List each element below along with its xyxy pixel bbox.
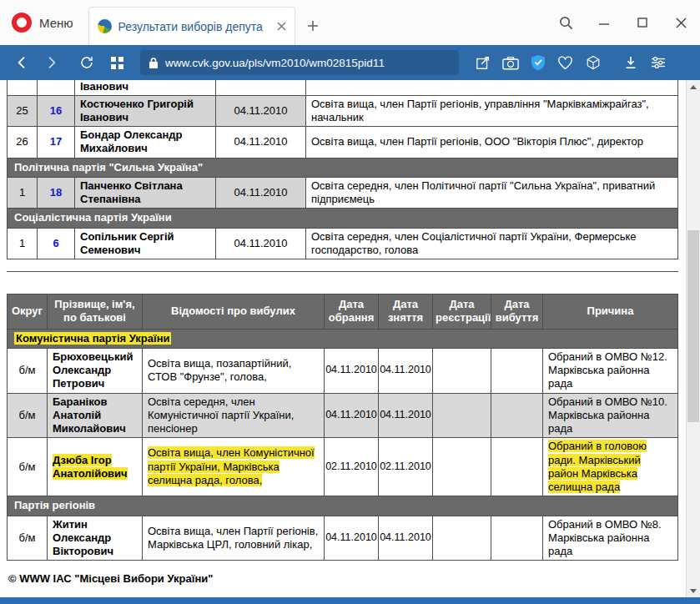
maximize-icon [637, 18, 647, 28]
cell-okrug: б/м [8, 393, 48, 438]
cell-date-registered [433, 438, 491, 496]
settings-button[interactable] [644, 48, 672, 78]
cell-date [216, 80, 306, 95]
cell-info: Освіта вища, член Партії регіонів, Маркі… [143, 516, 325, 561]
new-tab-button[interactable] [295, 7, 330, 45]
cell-date-registered [433, 516, 491, 561]
section-divider [7, 271, 678, 272]
scroll-up-button[interactable] [687, 80, 700, 93]
candidate-number-link[interactable]: 17 [50, 135, 62, 148]
plus-icon [307, 20, 319, 32]
cell-date-departed [491, 516, 543, 561]
back-button[interactable] [7, 48, 37, 78]
table-row: 1 6 Сопільник Сергій Семенович 04.11.201… [8, 228, 678, 259]
table-row: 1 18 Панченко Світлана Степанівна 04.11.… [8, 177, 678, 209]
cell-date-elected: 04.11.2010 [325, 348, 379, 393]
cell-ballot-number: 17 [38, 127, 75, 159]
column-header: Дата обрання [325, 294, 379, 330]
party-header-row: Політична партія "Сильна Україна" [8, 158, 678, 177]
cell-ballot-number: 18 [38, 177, 75, 209]
cell-info: Освіта вища, член Партії регіонів, ООО "… [306, 127, 678, 159]
window-controls [546, 0, 700, 45]
share-button[interactable] [469, 48, 496, 78]
party-header: Комуністична партія України [8, 329, 678, 348]
cell-date-removed: 04.11.2010 [379, 393, 433, 438]
scroll-down-button[interactable] [687, 584, 700, 597]
cell-date: 04.11.2010 [216, 95, 306, 127]
cell-name: Іванович [75, 80, 216, 95]
cell-ballot-number: 6 [38, 228, 75, 259]
cell-okrug: б/м [8, 348, 48, 393]
cell-reason: Обраний в ОМВО №12. Марківська районна р… [543, 348, 678, 393]
cell-reason: Обраний в ОМВО №10. Марківська районна р… [543, 393, 678, 438]
cell-info: Освіта вища, позапартійний, СТОВ "Фрунзе… [143, 348, 325, 393]
cell-date-elected: 04.11.2010 [325, 516, 379, 561]
minimize-button[interactable] [585, 0, 623, 45]
browser-tab[interactable]: Результати виборів депута [88, 7, 295, 45]
column-header: Дата вибуття [491, 294, 543, 330]
cell-index [8, 80, 38, 95]
close-icon [676, 18, 687, 28]
cell-name: Костюченко Григорій Іванович [75, 95, 216, 127]
column-header: Причина [543, 294, 678, 330]
table-header-row: Округ Прізвище, ім'я, по батькові Відомо… [8, 294, 678, 330]
opera-menu-button[interactable]: Меню [0, 0, 88, 45]
snapshot-button[interactable] [496, 48, 524, 78]
cell-okrug: б/м [8, 438, 48, 496]
forward-button[interactable] [37, 48, 67, 78]
taskbar-edge [0, 597, 700, 604]
candidate-number-link[interactable]: 6 [53, 237, 58, 249]
cell-date-departed [491, 438, 543, 496]
cell-date-removed: 02.11.2010 [379, 438, 433, 496]
cell-name: Сопільник Сергій Семенович [75, 228, 216, 259]
vertical-scrollbar[interactable] [686, 80, 700, 597]
cell-date: 04.11.2010 [216, 127, 306, 159]
cell-date-registered [433, 348, 491, 393]
table-row: б/м Дзюба Ігор Анатолійович Освіта вища,… [8, 438, 678, 496]
candidate-number-link[interactable]: 18 [50, 186, 62, 199]
vpn-badge-button[interactable] [524, 48, 551, 78]
cell-info: Освіта середня, член Соціалістичної парт… [306, 228, 678, 259]
column-header: Округ [8, 294, 48, 330]
scrollbar-thumb[interactable] [687, 230, 699, 422]
extensions-cube-icon [586, 55, 601, 70]
downloads-button[interactable] [617, 48, 644, 78]
highlighted-text: Комуністична партія України [14, 332, 171, 345]
speed-dial-button[interactable] [102, 48, 132, 78]
party-header-row: Партія регіонів [8, 496, 678, 516]
search-icon [558, 15, 574, 31]
party-header-row: Соціалістична партія України [8, 209, 678, 228]
extensions-button[interactable] [579, 48, 607, 78]
cell-info: Освіта вища, член Комуністичної партії У… [143, 438, 325, 496]
cell-ballot-number: 16 [38, 95, 75, 127]
title-bar: Меню Результати виборів депута [0, 0, 700, 45]
cell-info: Освіта середня, член Комуністичної парті… [143, 393, 325, 438]
tab-close-icon[interactable] [277, 22, 286, 31]
cell-date-departed [491, 348, 543, 393]
forward-icon [43, 54, 60, 71]
column-header: Дата зняття [379, 294, 433, 330]
party-header-row: Комуністична партія України [8, 329, 678, 348]
settings-sliders-icon [651, 56, 666, 69]
address-field[interactable]: www.cvk.gov.ua/pls/vm2010/wm02815pid11 [140, 50, 459, 75]
candidate-number-link[interactable]: 16 [50, 104, 62, 117]
browser-window: Меню Результати виборів депута [0, 0, 700, 604]
cell-date: 04.11.2010 [216, 177, 306, 209]
speed-dial-grid-icon [111, 57, 123, 69]
cell-date-registered [433, 393, 491, 438]
cell-date-elected: 04.11.2010 [325, 393, 379, 438]
table-row: 26 17 Бондар Олександр Михайлович 04.11.… [8, 127, 678, 159]
search-button[interactable] [546, 0, 585, 45]
table-row: б/м Брюховецький Олександр Петрович Осві… [8, 348, 678, 393]
cell-date-removed: 04.11.2010 [379, 348, 433, 393]
reload-button[interactable] [72, 48, 102, 78]
cell-date-elected: 02.11.2010 [325, 438, 379, 496]
cell-index: 1 [8, 228, 38, 259]
scroll-up-icon [690, 85, 697, 89]
departed-table: Округ Прізвище, ім'я, по батькові Відомо… [7, 294, 678, 561]
bookmark-button[interactable] [551, 48, 579, 78]
maximize-button[interactable] [623, 0, 662, 45]
reload-icon [79, 55, 94, 70]
party-header: Партія регіонів [8, 496, 678, 516]
close-button[interactable] [662, 0, 700, 45]
